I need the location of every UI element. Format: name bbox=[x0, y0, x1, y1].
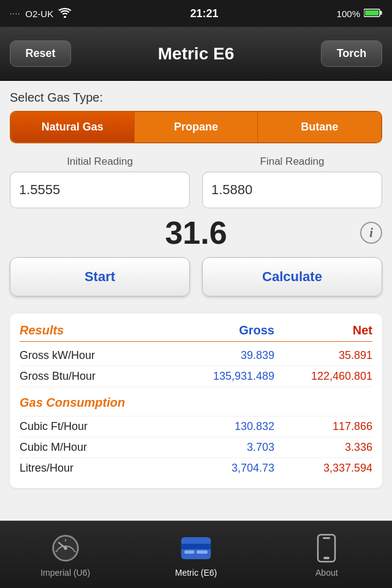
gas-type-selector: Natural Gas Propane Butane bbox=[10, 111, 382, 143]
result-row-btu: Gross Btu/Hour 135,931.489 122,460.801 bbox=[20, 366, 372, 387]
time-display: 21:21 bbox=[190, 7, 218, 20]
gas-consumption-header-row: Gas Consumption bbox=[20, 387, 372, 417]
result-row-litres: Litres/Hour 3,704.73 3,337.594 bbox=[20, 458, 372, 478]
wifi-icon bbox=[58, 8, 72, 20]
svg-rect-9 bbox=[181, 543, 211, 549]
result-gross-cubicft: 130.832 bbox=[176, 420, 274, 433]
phone-icon bbox=[311, 532, 342, 564]
battery-percent: 100% bbox=[337, 9, 360, 19]
status-right: 100% bbox=[337, 8, 382, 20]
results-table: Results Gross Net Gross kW/Hour 39.839 3… bbox=[10, 314, 382, 488]
gas-type-label: Select Gas Type: bbox=[10, 91, 382, 105]
result-label-litres: Litres/Hour bbox=[20, 462, 176, 475]
svg-rect-10 bbox=[184, 550, 194, 553]
carrier-label: O2-UK bbox=[25, 9, 53, 19]
metric-icon bbox=[180, 532, 212, 564]
tab-metric-label: Metric (E6) bbox=[175, 568, 217, 578]
tab-about[interactable]: About bbox=[262, 526, 392, 584]
results-title: Results bbox=[20, 323, 176, 337]
main-content: Select Gas Type: Natural Gas Propane But… bbox=[0, 81, 392, 498]
nav-title: Metric E6 bbox=[71, 44, 321, 64]
final-reading-input[interactable] bbox=[202, 172, 382, 208]
gas-consumption-label: Gas Consumption bbox=[20, 391, 372, 412]
result-net-cubicm: 3.336 bbox=[274, 441, 372, 454]
result-gross-kw: 39.839 bbox=[176, 349, 274, 362]
results-header-row: Results Gross Net bbox=[20, 323, 372, 342]
result-net-kw: 35.891 bbox=[274, 349, 372, 362]
start-button[interactable]: Start bbox=[10, 257, 190, 296]
readings-row: Initial Reading Final Reading bbox=[10, 156, 382, 208]
gauge-icon bbox=[50, 532, 81, 564]
col-header-gross: Gross bbox=[176, 323, 274, 337]
result-net-litres: 3,337.594 bbox=[274, 462, 372, 475]
result-row-cubicft: Cubic Ft/Hour 130.832 117.866 bbox=[20, 417, 372, 437]
result-row-kw: Gross kW/Hour 39.839 35.891 bbox=[20, 345, 372, 366]
result-display: 31.6 i bbox=[10, 214, 382, 251]
svg-point-4 bbox=[64, 546, 67, 550]
reset-button[interactable]: Reset bbox=[10, 40, 71, 67]
tab-about-label: About bbox=[315, 568, 338, 578]
result-label-cubicm: Cubic M/Hour bbox=[20, 441, 176, 454]
tab-bar: Imperial (U6) Metric (E6) About bbox=[0, 521, 392, 588]
nav-bar: Reset Metric E6 Torch bbox=[0, 27, 392, 81]
svg-rect-2 bbox=[365, 10, 379, 15]
svg-rect-13 bbox=[323, 537, 330, 539]
svg-rect-1 bbox=[380, 11, 382, 15]
battery-icon bbox=[364, 8, 382, 20]
initial-reading-label: Initial Reading bbox=[10, 156, 190, 168]
gas-type-butane[interactable]: Butane bbox=[258, 112, 381, 142]
result-gross-cubicm: 3.703 bbox=[176, 441, 274, 454]
calculated-result: 31.6 bbox=[165, 214, 227, 251]
tab-imperial-label: Imperial (U6) bbox=[40, 568, 90, 578]
action-row: Start Calculate bbox=[10, 257, 382, 296]
result-label-kw: Gross kW/Hour bbox=[20, 349, 176, 362]
status-left: ···· O2-UK bbox=[10, 8, 72, 20]
signal-icon: ···· bbox=[10, 9, 20, 18]
final-reading-label: Final Reading bbox=[202, 156, 382, 168]
result-net-cubicft: 117.866 bbox=[274, 420, 372, 433]
final-reading-group: Final Reading bbox=[202, 156, 382, 208]
gas-type-natural-gas[interactable]: Natural Gas bbox=[11, 112, 135, 142]
initial-reading-group: Initial Reading bbox=[10, 156, 190, 208]
result-gross-litres: 3,704.73 bbox=[176, 462, 274, 475]
tab-imperial[interactable]: Imperial (U6) bbox=[0, 526, 130, 584]
torch-button[interactable]: Torch bbox=[321, 40, 382, 67]
col-header-net: Net bbox=[274, 323, 372, 337]
gas-type-propane[interactable]: Propane bbox=[135, 112, 258, 142]
tab-metric[interactable]: Metric (E6) bbox=[130, 526, 261, 584]
result-gross-btu: 135,931.489 bbox=[176, 370, 274, 383]
initial-reading-input[interactable] bbox=[10, 172, 190, 208]
calculate-button[interactable]: Calculate bbox=[202, 257, 382, 296]
svg-rect-11 bbox=[197, 550, 208, 553]
result-row-cubicm: Cubic M/Hour 3.703 3.336 bbox=[20, 437, 372, 458]
result-net-btu: 122,460.801 bbox=[274, 370, 372, 383]
svg-rect-14 bbox=[323, 557, 330, 559]
info-icon[interactable]: i bbox=[360, 222, 382, 244]
result-label-btu: Gross Btu/Hour bbox=[20, 370, 176, 383]
result-label-cubicft: Cubic Ft/Hour bbox=[20, 420, 176, 433]
status-bar: ···· O2-UK 21:21 100% bbox=[0, 0, 392, 27]
